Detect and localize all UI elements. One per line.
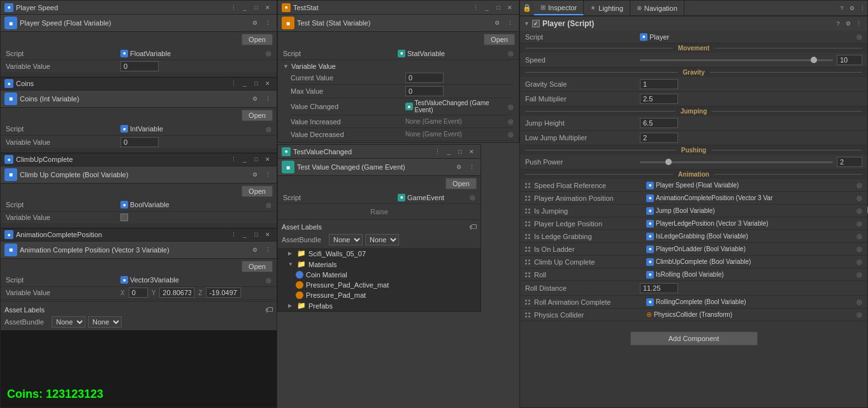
- climb-var-checkbox[interactable]: [120, 214, 128, 221]
- climb-min-btn[interactable]: _: [240, 154, 250, 164]
- tvc-dots-btn[interactable]: ⋮: [432, 147, 442, 157]
- ts-current-value-row: Current Value: [291, 71, 514, 85]
- coins-close-btn[interactable]: ✕: [263, 78, 273, 89]
- climb-script-row: Script ■ BoolVariable ◎: [1, 199, 277, 212]
- coins-var-input[interactable]: [120, 137, 159, 147]
- tree-item-scifi[interactable]: ▶ 📁 Scifi_Walls_05_07: [278, 248, 481, 259]
- coins-open-btn[interactable]: Open: [242, 110, 273, 121]
- maximize-btn[interactable]: □: [251, 3, 261, 13]
- roll-dist-input[interactable]: [640, 283, 678, 293]
- speed-input[interactable]: [837, 55, 862, 65]
- folder-tree: ▶ 📁 Scifi_Walls_05_07 ▼ 📁 Materials Coin…: [278, 248, 481, 311]
- fall-mult-input[interactable]: [640, 94, 678, 104]
- roll-link: ◎: [857, 271, 862, 278]
- inspector-settings-btn[interactable]: ⚙: [847, 3, 857, 13]
- climb-open-btn[interactable]: Open: [242, 186, 273, 197]
- tvc-ab-select1[interactable]: None: [329, 234, 363, 245]
- coins-max-btn[interactable]: □: [251, 78, 261, 89]
- ps-script-icon: ■: [120, 50, 128, 57]
- anim-x-input[interactable]: [129, 288, 148, 298]
- anim-open-btn[interactable]: Open: [242, 261, 273, 272]
- settings-icon[interactable]: ⚙: [250, 18, 260, 28]
- grav-divider-left: [525, 72, 677, 73]
- tree-arrow-materials: ▼: [288, 261, 294, 267]
- anim-max-btn[interactable]: □: [251, 229, 261, 240]
- gravity-section-header: Gravity: [520, 68, 867, 77]
- anim-min-btn[interactable]: _: [240, 229, 250, 240]
- tree-item-materials[interactable]: ▼ 📁 Materials: [278, 259, 481, 270]
- push-power-input[interactable]: [837, 157, 862, 167]
- climb-max-btn[interactable]: □: [251, 154, 261, 164]
- tree-item-pressure-mat[interactable]: Pressure_Pad_mat: [278, 290, 481, 300]
- push-slider[interactable]: [640, 161, 833, 163]
- cube-icon-player-speed: ■: [4, 3, 13, 12]
- inspector-more-btn[interactable]: ⋮: [857, 3, 867, 13]
- anim-dots-btn[interactable]: ⋮: [228, 229, 238, 240]
- ts-min-btn[interactable]: _: [482, 3, 492, 13]
- minimize-btn[interactable]: _: [240, 3, 250, 13]
- coins-more-icon[interactable]: ⋮: [263, 94, 273, 104]
- low-jump-input[interactable]: [640, 133, 678, 143]
- tvc-ab-select2[interactable]: None: [365, 234, 399, 245]
- tab-inspector[interactable]: ⊞ Inspector: [534, 1, 584, 15]
- climb-more-icon[interactable]: ⋮: [263, 170, 273, 180]
- anim-more-icon[interactable]: ⋮: [263, 245, 273, 255]
- climb-dots-btn[interactable]: ⋮: [228, 154, 238, 164]
- comp-help-btn[interactable]: ?: [833, 18, 843, 29]
- coins-settings-icon[interactable]: ⚙: [250, 94, 260, 104]
- pc-value: PhysicsCollider (Transform): [654, 311, 732, 318]
- comp-settings2-btn[interactable]: ⚙: [843, 18, 853, 29]
- ts-more-icon[interactable]: ⋮: [505, 18, 515, 28]
- player-speed-open-btn[interactable]: Open: [242, 34, 273, 45]
- cuc-icon: ■: [646, 258, 654, 266]
- left-ab-select1[interactable]: None: [52, 316, 85, 328]
- coins-dots-btn[interactable]: ⋮: [228, 78, 238, 89]
- dots-menu-btn[interactable]: ⋮: [228, 3, 238, 13]
- tree-item-coin-mat[interactable]: Coin Material: [278, 270, 481, 280]
- close-btn[interactable]: ✕: [263, 3, 273, 13]
- tab-navigation[interactable]: ⊕ Navigation: [630, 1, 684, 15]
- cube-icon-anim-big: ■: [4, 244, 17, 256]
- component-header: ▼ Player (Script) ? ⚙ ⋮: [520, 16, 867, 31]
- ij-link: ◎: [857, 207, 862, 214]
- ts-dots-btn[interactable]: ⋮: [470, 3, 481, 13]
- game-preview: Coins: 123123123: [1, 330, 277, 407]
- tree-item-pressure-active[interactable]: Pressure_Pad_Active_mat: [278, 280, 481, 290]
- climb-close-btn[interactable]: ✕: [263, 154, 273, 164]
- anim-settings-icon[interactable]: ⚙: [250, 245, 260, 255]
- climb-up-complete-row: Climb Up Complete ■ ClimbUpComplete (Boo…: [520, 256, 867, 268]
- tvc-max-btn[interactable]: □: [455, 147, 465, 157]
- ts-open-btn[interactable]: Open: [484, 34, 515, 45]
- ts-vi-value: None (Game Event): [405, 118, 462, 125]
- jump-height-input[interactable]: [640, 118, 678, 128]
- ts-current-input[interactable]: [405, 73, 444, 83]
- tvc-more-icon[interactable]: ⋮: [467, 162, 477, 172]
- climb-varvalue-row: Variable Value: [1, 212, 277, 224]
- tree-item-prefabs[interactable]: ▶ 📁 Prefabs: [278, 300, 481, 311]
- inspector-help-btn[interactable]: ?: [837, 3, 847, 13]
- left-ab-select2[interactable]: None: [88, 316, 122, 328]
- ts-max-btn[interactable]: □: [493, 3, 503, 13]
- coins-min-btn[interactable]: _: [240, 78, 250, 89]
- low-jump-label: Low Jump Multiplier: [525, 134, 640, 142]
- gravity-scale-input[interactable]: [640, 79, 678, 89]
- tvc-min-btn[interactable]: _: [444, 147, 454, 157]
- anim-close-btn[interactable]: ✕: [263, 229, 273, 240]
- comp-more2-btn[interactable]: ⋮: [853, 18, 864, 29]
- ts-close-btn[interactable]: ✕: [505, 3, 515, 13]
- anim-z-input[interactable]: [206, 288, 241, 298]
- tvc-settings-icon[interactable]: ⚙: [454, 162, 464, 172]
- add-component-btn[interactable]: Add Component: [630, 332, 758, 346]
- tab-lighting[interactable]: ☀ Lighting: [584, 1, 630, 15]
- climb-settings-icon[interactable]: ⚙: [250, 170, 260, 180]
- ts-settings-icon[interactable]: ⚙: [492, 18, 502, 28]
- tvc-close-btn[interactable]: ✕: [467, 147, 477, 157]
- anim-y-input[interactable]: [159, 288, 194, 298]
- ts-max-input[interactable]: [405, 86, 444, 96]
- climb-script-value: BoolVariable: [130, 201, 170, 208]
- component-checkbox[interactable]: [532, 20, 540, 27]
- more-icon[interactable]: ⋮: [263, 18, 273, 28]
- speed-slider[interactable]: [640, 59, 833, 61]
- tvc-open-btn[interactable]: Open: [445, 178, 477, 189]
- ps-var-input[interactable]: [120, 61, 159, 71]
